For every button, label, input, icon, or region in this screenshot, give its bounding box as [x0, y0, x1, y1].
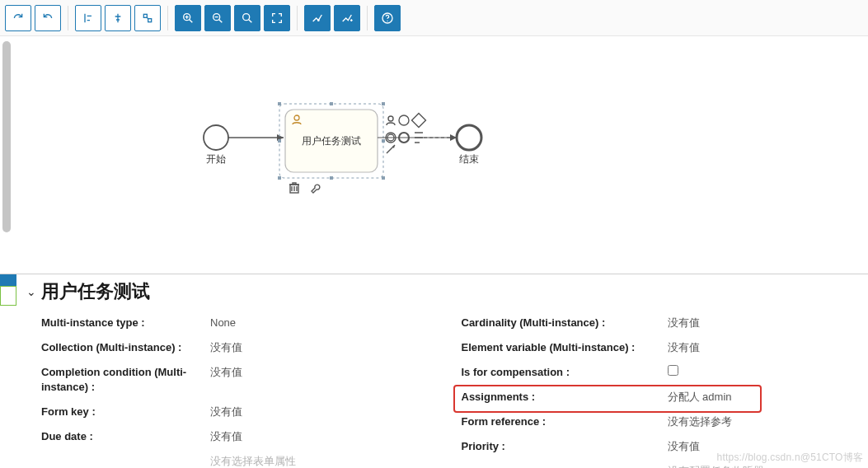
prop-row[interactable]: Completion condition (Multi-instance) :没… — [41, 365, 439, 395]
redo-button[interactable] — [5, 5, 31, 31]
svg-rect-19 — [412, 114, 426, 128]
props-col-left: Multi-instance type :None Collection (Mu… — [41, 316, 439, 468]
zoom-fit-button[interactable] — [264, 5, 290, 31]
undo-button[interactable] — [35, 5, 61, 31]
prop-value: None — [210, 316, 439, 330]
prop-row-assignments[interactable]: Assignments :分配人 admin — [462, 390, 859, 405]
align-left-icon — [82, 12, 95, 25]
prop-value: 没有选择表单属性 — [210, 454, 439, 468]
toolbar-group-zoom — [175, 5, 290, 31]
context-wrench-icon[interactable] — [312, 185, 320, 193]
prop-value: 没有值 — [668, 316, 859, 330]
context-user-icon[interactable] — [387, 116, 395, 125]
separator — [367, 6, 368, 30]
user-task-label: 用户任务测试 — [302, 135, 361, 147]
separator — [68, 6, 68, 30]
fit-screen-icon — [270, 12, 284, 25]
prop-label: Priority : — [462, 439, 659, 454]
collapse-toggle[interactable]: ⌄ — [26, 285, 36, 298]
scroll-thumb[interactable] — [2, 41, 11, 232]
prop-label: Multi-instance type : — [41, 316, 202, 330]
help-button[interactable] — [374, 5, 401, 31]
compensation-checkbox[interactable] — [668, 365, 678, 376]
prop-value — [668, 365, 859, 380]
zoom-actual-button[interactable] — [234, 5, 260, 31]
svg-rect-11 — [382, 102, 385, 105]
prop-label: Is for compensation : — [462, 365, 659, 380]
prop-label: Assignments : — [462, 390, 659, 405]
canvas-scrollbar[interactable] — [0, 36, 15, 274]
prop-value: 分配人 admin — [668, 390, 859, 405]
prop-row[interactable]: Cardinality (Multi-instance) :没有值 — [462, 316, 859, 330]
toolbar-group-history — [5, 5, 61, 31]
svg-point-4 — [243, 13, 250, 20]
context-delete-icon[interactable] — [289, 183, 299, 193]
undo-icon — [41, 12, 54, 25]
align-center-icon — [111, 12, 124, 25]
svg-point-18 — [388, 116, 393, 121]
zoom-in-icon — [181, 12, 195, 25]
bend-remove-icon — [311, 12, 324, 25]
svg-rect-14 — [330, 102, 333, 105]
zoom-reset-icon — [241, 12, 254, 25]
svg-rect-16 — [278, 139, 281, 143]
start-event[interactable] — [204, 125, 228, 150]
prop-label: Form key : — [41, 405, 202, 419]
zoom-in-button[interactable] — [175, 5, 201, 31]
svg-point-5 — [317, 19, 320, 21]
props-tab-active[interactable] — [0, 274, 16, 286]
zoom-out-icon — [211, 12, 224, 25]
props-col-right: Cardinality (Multi-instance) :没有值 Elemen… — [462, 316, 859, 468]
prop-value: 没有值 — [668, 340, 859, 355]
prop-row[interactable]: Is for compensation : — [462, 365, 859, 380]
end-event[interactable] — [457, 125, 481, 150]
prop-value: 没有值 — [210, 365, 439, 380]
context-gateway-icon[interactable] — [412, 114, 426, 128]
svg-rect-10 — [278, 102, 281, 105]
prop-row[interactable]: Element variable (Multi-instance) :没有值 — [462, 340, 859, 355]
align-left-button[interactable] — [75, 5, 101, 31]
align-size-icon — [141, 12, 154, 25]
panel-title: 用户任务测试 — [41, 279, 150, 304]
svg-rect-12 — [278, 176, 281, 180]
prop-row[interactable]: Collection (Multi-instance) :没有值 — [41, 340, 439, 355]
same-size-button[interactable] — [134, 5, 161, 31]
bpmn-canvas[interactable]: 开始 用户任务测试 — [0, 36, 868, 274]
prop-row-truncated[interactable]: 没有选择表单属性 — [41, 454, 439, 468]
prop-value: 没有选择参考 — [668, 414, 859, 429]
props-side-tabs — [0, 274, 16, 468]
prop-label: Completion condition (Multi-instance) : — [41, 365, 202, 395]
prop-label: Collection (Multi-instance) : — [41, 340, 202, 355]
bend-add-icon — [340, 12, 354, 25]
start-event-label: 开始 — [206, 153, 226, 165]
separator — [297, 6, 298, 30]
help-icon — [381, 12, 394, 25]
prop-label: Cardinality (Multi-instance) : — [462, 316, 659, 330]
prop-row[interactable]: Form reference :没有选择参考 — [462, 414, 859, 429]
toolbar-group-help — [374, 5, 401, 31]
svg-rect-17 — [382, 139, 385, 143]
props-tab-secondary[interactable] — [0, 286, 16, 306]
prop-label: Form reference : — [462, 414, 659, 429]
zoom-out-button[interactable] — [204, 5, 231, 31]
properties-panel: ⌄ 用户任务测试 Multi-instance type :None Colle… — [0, 274, 868, 468]
toolbar — [0, 0, 868, 36]
separator — [167, 6, 168, 30]
prop-label: Element variable (Multi-instance) : — [462, 340, 659, 355]
prop-row[interactable]: Multi-instance type :None — [41, 316, 439, 330]
prop-label: Due date : — [41, 429, 202, 444]
svg-rect-1 — [148, 18, 152, 21]
toolbar-group-align — [75, 5, 161, 31]
prop-row[interactable]: Form key :没有值 — [41, 405, 439, 419]
diagram-svg: 开始 用户任务测试 — [21, 36, 846, 274]
svg-point-7 — [387, 20, 387, 21]
context-intermediate-icon[interactable] — [399, 115, 409, 125]
redo-icon — [12, 12, 25, 25]
end-event-label: 结束 — [459, 153, 479, 165]
add-bendpoint-button[interactable] — [304, 5, 331, 31]
toolbar-group-bendpoint — [304, 5, 360, 31]
prop-row[interactable]: Due date :没有值 — [41, 429, 439, 444]
svg-rect-13 — [382, 176, 385, 180]
align-center-button[interactable] — [105, 5, 131, 31]
remove-bendpoint-button[interactable] — [334, 5, 360, 31]
